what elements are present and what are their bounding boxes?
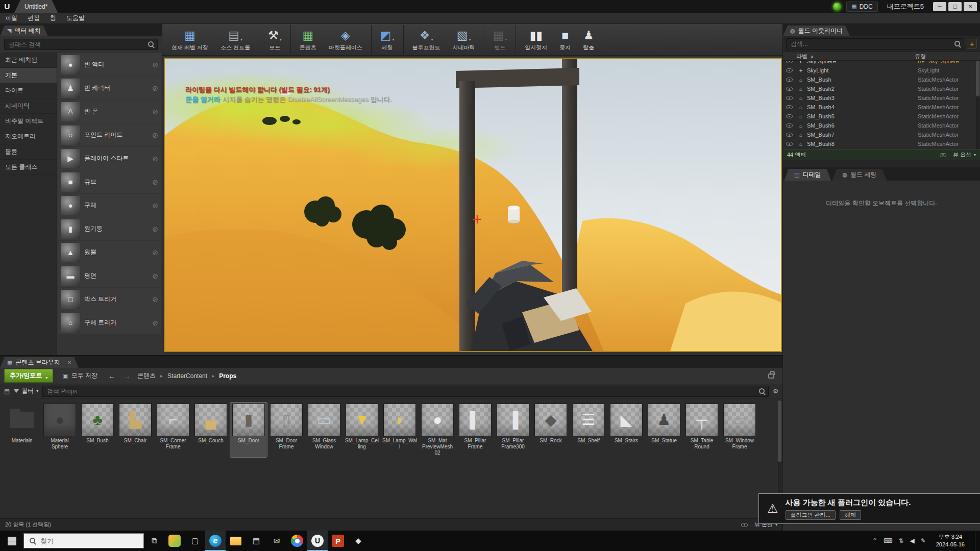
taskbar-app[interactable]: ▤ xyxy=(246,531,266,551)
drag-handle-icon[interactable]: ⊘ xyxy=(152,84,158,92)
back-button[interactable]: ← xyxy=(107,372,117,380)
placeable-actor-item[interactable]: ● 구체 ⊘ xyxy=(58,194,161,217)
taskbar-clock[interactable]: 오후 3:24 2024-05-16 xyxy=(932,533,969,548)
details-tab[interactable]: ◫ 디테일 xyxy=(784,169,831,181)
content-browser-tab[interactable]: ▦ 콘텐츠 브라우저 ✕ xyxy=(0,357,79,368)
taskbar-app[interactable]: P xyxy=(328,531,348,551)
drag-handle-icon[interactable]: ⊘ xyxy=(152,61,158,69)
breadcrumb-item[interactable]: StarterContent xyxy=(156,372,207,380)
drag-handle-icon[interactable]: ⊘ xyxy=(152,131,158,139)
placeable-actor-item[interactable]: ▶ 플레이어 스타트 ⊘ xyxy=(58,147,161,170)
menu-item[interactable]: 도움말 xyxy=(61,14,90,22)
outliner-row[interactable]: ⌂ SM_Bush7 StaticMeshActor xyxy=(783,130,980,139)
visibility-eye-icon[interactable] xyxy=(786,61,793,63)
dismiss-button[interactable]: 해제 xyxy=(840,510,861,520)
sources-panel-toggle-icon[interactable]: ▤ xyxy=(4,388,10,395)
minimize-button[interactable]: ─ xyxy=(933,2,946,11)
drag-handle-icon[interactable]: ⊘ xyxy=(152,295,158,304)
column-type-header[interactable]: 유형 xyxy=(915,53,980,60)
breadcrumb-item[interactable]: Props xyxy=(207,372,236,380)
toolbar-button[interactable]: ▦ 현재 레벨 저장 xyxy=(165,25,214,54)
visibility-eye-icon[interactable] xyxy=(786,68,793,72)
asset-tile[interactable]: ▄ SM_Couch xyxy=(192,403,229,457)
menu-item[interactable]: 파일 xyxy=(0,14,22,22)
column-label-header[interactable]: 라벨▲ xyxy=(783,53,915,60)
tray-icon[interactable]: ✎ xyxy=(921,537,926,544)
toolbar-button[interactable]: ▦ ▾ 빌드 xyxy=(484,25,513,54)
save-all-button[interactable]: ▣ 모두 저장 xyxy=(58,370,102,382)
outliner-row[interactable]: ⌂ SM_Bush3 StaticMeshActor xyxy=(783,93,980,103)
taskbar-app[interactable] xyxy=(226,531,246,551)
placeable-actor-item[interactable]: ♙ 빈 폰 ⊘ xyxy=(58,100,161,123)
breadcrumb-item[interactable]: 콘텐츠 xyxy=(137,371,156,380)
asset-tile[interactable]: ▭ SM_Glass Window xyxy=(306,403,342,457)
asset-tile[interactable]: ● SM_Mat PreviewMesh 02 xyxy=(419,403,456,457)
asset-tile[interactable]: ◆ SM_Rock xyxy=(532,403,569,457)
toolbar-button[interactable]: ♟ 탈출 xyxy=(577,25,600,54)
close-tab-icon[interactable]: ✕ xyxy=(67,360,71,365)
asset-tile[interactable]: ♟ SM_Statue xyxy=(646,403,682,457)
taskbar-app[interactable]: e xyxy=(205,531,226,551)
category-item[interactable]: 볼륨 xyxy=(0,144,57,160)
placeable-actor-item[interactable]: ○ 구체 트리거 ⊘ xyxy=(58,311,161,334)
taskbar-app[interactable]: ◆ xyxy=(348,531,369,551)
start-button[interactable] xyxy=(0,531,23,551)
taskbar-app[interactable] xyxy=(287,531,307,551)
toolbar-button[interactable]: ⚒ ▾ 모드 xyxy=(259,25,288,54)
visibility-eye-icon[interactable] xyxy=(786,78,793,82)
taskbar-search[interactable] xyxy=(23,533,144,548)
toolbar-button[interactable]: ▦ 콘텐츠 xyxy=(290,25,323,54)
asset-tile[interactable]: ▯ SM_Door Frame xyxy=(268,403,305,457)
asset-tile[interactable]: Materials xyxy=(4,403,40,457)
outliner-scrollbar[interactable] xyxy=(976,61,979,149)
close-button[interactable]: ✕ xyxy=(964,2,977,11)
asset-tile[interactable]: ▭ SM_Window Frame xyxy=(721,403,758,457)
show-desktop-strip[interactable] xyxy=(975,531,978,551)
settings-icon[interactable]: ⚙ xyxy=(773,388,778,395)
menu-item[interactable]: 창 xyxy=(45,14,61,22)
category-item[interactable]: 기본 xyxy=(0,68,57,83)
taskbar-app[interactable]: ▢ xyxy=(185,531,205,551)
taskbar-app[interactable]: ✉ xyxy=(266,531,287,551)
toolbar-button[interactable]: ▤ ▾ 소스 컨트롤 xyxy=(214,25,256,54)
level-tab[interactable]: Untitled* xyxy=(14,0,58,13)
placeable-actor-item[interactable]: ▲ 원뿔 ⊘ xyxy=(58,241,161,264)
class-search-input[interactable] xyxy=(4,39,158,50)
outliner-row[interactable]: ◐ Sky Sphere BP_Sky_Sphere xyxy=(783,61,980,66)
category-item[interactable]: 모든 클래스 xyxy=(0,160,57,175)
outliner-row[interactable]: ⌂ SM_Bush2 StaticMeshActor xyxy=(783,84,980,93)
manage-plugins-button[interactable]: 플러그인 관리... xyxy=(786,510,836,520)
category-item[interactable]: 지오메트리 xyxy=(0,129,57,144)
visibility-eye-icon[interactable] xyxy=(786,87,793,91)
toolbar-button[interactable]: ◩ ▾ 세팅 xyxy=(371,25,401,54)
taskbar-app[interactable] xyxy=(164,531,185,551)
tray-icon[interactable]: ⇅ xyxy=(898,537,903,544)
visibility-eye-icon[interactable] xyxy=(786,96,793,100)
asset-search-input[interactable] xyxy=(42,386,769,397)
asset-tile[interactable]: ┬ SM_Table Round xyxy=(683,403,720,457)
category-item[interactable]: 라이트 xyxy=(0,83,57,98)
outliner-filter-button[interactable]: + xyxy=(967,39,977,49)
details-tab[interactable]: ◍ 월드 세팅 xyxy=(832,169,887,181)
visibility-eye-icon[interactable] xyxy=(786,123,793,128)
asset-tile[interactable]: ◣ SM_Stairs xyxy=(608,403,645,457)
placeable-actor-item[interactable]: ♟ 빈 캐릭터 ⊘ xyxy=(58,77,161,99)
drag-handle-icon[interactable]: ⊘ xyxy=(152,108,158,116)
asset-tile[interactable]: ♣ SM_Bush xyxy=(79,403,116,457)
taskbar-app[interactable]: ⧉ xyxy=(144,531,164,551)
drag-handle-icon[interactable]: ⊘ xyxy=(152,155,158,163)
outliner-row[interactable]: ⌂ SM_Bush4 StaticMeshActor xyxy=(783,103,980,112)
asset-tile[interactable]: ● Material Sphere xyxy=(41,403,78,457)
placeable-actor-item[interactable]: ▮ 원기둥 ⊘ xyxy=(58,217,161,240)
menu-item[interactable]: 편집 xyxy=(22,14,45,22)
placeable-actor-item[interactable]: □ 박스 트리거 ⊘ xyxy=(58,288,161,311)
drag-handle-icon[interactable]: ⊘ xyxy=(152,225,158,233)
visibility-eye-icon[interactable] xyxy=(786,133,793,137)
add-import-button[interactable]: 추가/임포트▾ xyxy=(4,369,53,383)
outliner-row[interactable]: ⌂ SM_Bush6 StaticMeshActor xyxy=(783,121,980,130)
tray-icon[interactable]: ⌃ xyxy=(872,537,877,544)
outliner-view-options-button[interactable]: 뷰 옵션 ▾ xyxy=(940,151,976,159)
world-outliner-tab[interactable]: ◍ 월드 아웃라이너 xyxy=(783,26,850,36)
visibility-eye-icon[interactable] xyxy=(786,105,793,109)
asset-tile[interactable]: ▙ SM_Chair xyxy=(117,403,154,457)
